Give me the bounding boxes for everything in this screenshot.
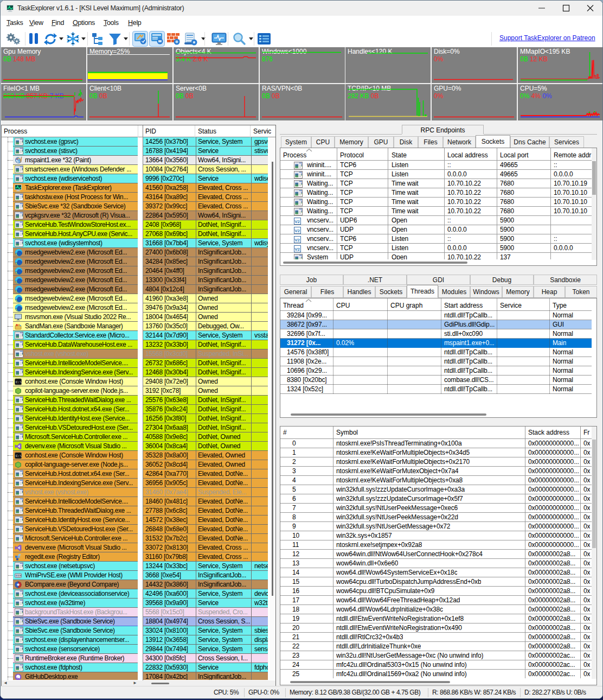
svg-text:V2: V2 (294, 219, 300, 224)
svg-text:V2: V2 (294, 228, 300, 233)
svg-text:C:\: C:\ (16, 380, 22, 384)
svg-text:C:\: C:\ (16, 454, 22, 458)
svg-text:V2: V2 (294, 247, 300, 252)
svg-text:V2: V2 (294, 238, 300, 243)
